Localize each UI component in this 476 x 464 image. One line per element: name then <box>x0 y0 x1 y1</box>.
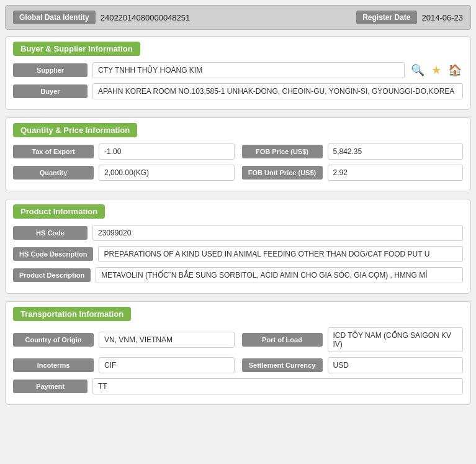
fob-price-col: FOB Price (US$) 5,842.35 <box>242 143 464 160</box>
buyer-row: Buyer APAHN KOREA ROOM NO.103,585-1 UNHA… <box>6 81 470 102</box>
tax-fob-row: Tax of Export -1.00 FOB Price (US$) 5,84… <box>6 141 470 162</box>
product-desc-value: METAVOLIN (THỐC ̃N BẮE SUNG SORBITOL, AC… <box>96 267 463 283</box>
supplier-row: Supplier CTY TNHH THỦY HOÀNG KIM 🔍 ★ 🏠 <box>6 60 470 81</box>
supplier-icons: 🔍 ★ 🏠 <box>410 62 463 78</box>
buyer-label: Buyer <box>13 84 88 98</box>
tax-col: Tax of Export -1.00 <box>13 143 235 160</box>
qty-col: Quantity 2,000.00(KG) <box>13 165 235 181</box>
country-value: VN, VNM, VIETNAM <box>99 332 235 348</box>
quantity-price-title: Quantity & Price Information <box>13 123 137 137</box>
page-wrapper: Global Data Identity 2402201408000004825… <box>5 5 471 405</box>
supplier-value: CTY TNHH THỦY HOÀNG KIM <box>92 62 405 78</box>
tax-value: -1.00 <box>99 143 235 160</box>
buyer-supplier-section: Buyer & Supplier Information Supplier CT… <box>5 36 471 110</box>
country-label: Country of Origin <box>13 333 94 347</box>
qty-fobunit-row: Quantity 2,000.00(KG) FOB Unit Price (US… <box>6 162 470 183</box>
incoterms-col: Incoterms CIF <box>13 357 235 373</box>
register-date-value: 2014-06-23 <box>422 13 464 22</box>
product-section: Product Information HS Code 23099020 HS … <box>5 199 471 294</box>
identity-bar: Global Data Identity 2402201408000004825… <box>5 5 471 30</box>
global-data-label: Global Data Identity <box>13 11 96 24</box>
fob-price-value: 5,842.35 <box>328 143 464 160</box>
transportation-header: Transportation Information <box>6 302 470 325</box>
quantity-price-section: Quantity & Price Information Tax of Expo… <box>5 117 471 191</box>
payment-label: Payment <box>13 380 88 393</box>
star-icon[interactable]: ★ <box>428 62 444 78</box>
quantity-value: 2,000.00(KG) <box>99 165 235 181</box>
tax-label: Tax of Export <box>13 145 94 158</box>
product-desc-row: Product Description METAVOLIN (THỐC ̃N B… <box>6 265 470 286</box>
settlement-col: Settlement Currency USD <box>242 357 464 373</box>
hs-code-label: HS Code <box>13 226 88 240</box>
port-col: Port of Load ICD TÔY NAM (CỒNG SAIGON KV… <box>242 327 464 352</box>
buyer-supplier-title: Buyer & Supplier Information <box>13 42 140 56</box>
settlement-value: USD <box>328 357 464 373</box>
port-value: ICD TÔY NAM (CỒNG SAIGON KV IV) <box>328 327 464 352</box>
global-data-value: 24022014080000048251 <box>101 13 344 22</box>
hs-desc-value: PREPARATIONS OF A KIND USED IN ANIMAL FE… <box>98 246 463 262</box>
payment-value: TT <box>92 378 463 394</box>
product-title: Product Information <box>13 204 105 219</box>
hs-desc-row: HS Code Description PREPARATIONS OF A KI… <box>6 243 470 265</box>
incoterms-label: Incoterms <box>13 358 94 372</box>
payment-row: Payment TT <box>6 376 470 397</box>
fob-price-label: FOB Price (US$) <box>242 145 323 158</box>
transportation-section: Transportation Information Country of Or… <box>5 301 471 405</box>
fob-unit-label: FOB Unit Price (US$) <box>242 166 323 180</box>
quantity-label: Quantity <box>13 166 94 180</box>
product-desc-label: Product Description <box>13 268 91 282</box>
incoterms-value: CIF <box>99 357 235 373</box>
fob-unit-value: 2.92 <box>328 165 464 181</box>
supplier-label: Supplier <box>13 63 88 77</box>
home-icon[interactable]: 🏠 <box>447 62 463 78</box>
register-date-label: Register Date <box>356 11 416 24</box>
incoterms-settlement-row: Incoterms CIF Settlement Currency USD <box>6 355 470 376</box>
buyer-supplier-header: Buyer & Supplier Information <box>6 37 470 60</box>
hs-desc-label: HS Code Description <box>13 247 93 261</box>
transportation-title: Transportation Information <box>13 307 131 321</box>
quantity-price-header: Quantity & Price Information <box>6 118 470 141</box>
country-port-row: Country of Origin VN, VNM, VIETNAM Port … <box>6 325 470 355</box>
country-col: Country of Origin VN, VNM, VIETNAM <box>13 332 235 348</box>
search-icon[interactable]: 🔍 <box>410 62 426 78</box>
fob-unit-col: FOB Unit Price (US$) 2.92 <box>242 165 464 181</box>
settlement-label: Settlement Currency <box>242 358 323 372</box>
hs-code-value: 23099020 <box>92 225 463 241</box>
buyer-value: APAHN KOREA ROOM NO.103,585-1 UNHAK-DONG… <box>92 83 463 99</box>
hs-code-row: HS Code 23099020 <box>6 222 470 243</box>
port-label: Port of Load <box>242 333 323 347</box>
product-header: Product Information <box>6 199 470 222</box>
